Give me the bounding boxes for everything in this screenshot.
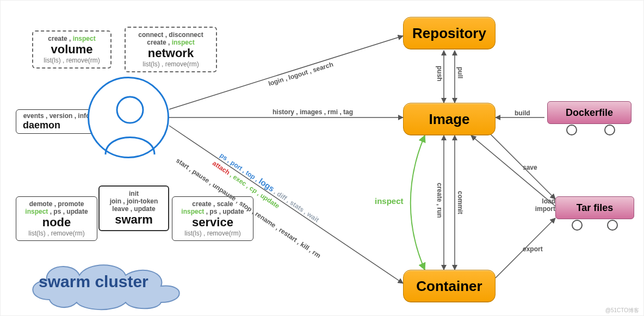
edge-inspect-green xyxy=(411,135,425,270)
node-repository: Repository xyxy=(403,17,496,49)
node-dockerfile: Dockerfile xyxy=(547,101,631,124)
label-push: push xyxy=(436,66,443,82)
node-tarfiles: Tar files xyxy=(555,196,634,219)
swarm-title: swarm xyxy=(105,213,163,227)
service-row3: list(ls) , remove(rm) xyxy=(178,230,247,237)
group-volume: create , inspect volume list(ls) , remov… xyxy=(32,30,112,69)
label-createrun: create , run xyxy=(436,183,443,218)
wheel-icon xyxy=(566,125,577,135)
node-row2: inspect , ps , update xyxy=(22,208,91,215)
volume-cmds-top: create , inspect xyxy=(39,35,105,42)
service-title: service xyxy=(178,215,247,230)
label-commit: commit xyxy=(456,191,464,214)
label-build: build xyxy=(515,109,530,117)
network-cmds-row3: list(ls) , remove(rm) xyxy=(131,60,210,68)
wheel-icon xyxy=(572,220,583,231)
label-pull: pull xyxy=(456,67,464,78)
label-load: load xyxy=(523,197,555,205)
node-container: Container xyxy=(403,270,496,302)
edge-load-import xyxy=(471,135,555,206)
label-import: import xyxy=(523,205,555,213)
network-cmds-row1: connect , disconnect xyxy=(131,31,210,39)
volume-title: volume xyxy=(39,42,105,57)
group-network: connect , disconnect create , inspect ne… xyxy=(125,27,217,72)
volume-cmds-bottom: list(ls) , remove(rm) xyxy=(39,57,105,64)
swarm-row1: init xyxy=(105,190,163,197)
label-image-cmds: history , images , rmi , tag xyxy=(273,108,353,116)
node-row3: list(ls) , remove(rm) xyxy=(22,230,91,237)
group-swarm: init join , join-token leave , update sw… xyxy=(98,185,169,231)
network-cmds-row2: create , inspect xyxy=(131,39,210,46)
label-export: export xyxy=(523,245,543,253)
node-row1: demote , promote xyxy=(22,200,91,208)
label-save: save xyxy=(523,164,537,171)
user-icon xyxy=(88,77,169,158)
network-title: network xyxy=(131,46,210,60)
service-row2: inspect , ps , update xyxy=(178,208,247,215)
daemon-cmds: events , version , info xyxy=(20,112,94,120)
swarm-row3: leave , update xyxy=(105,205,163,213)
wheel-icon xyxy=(604,125,615,135)
node-image: Image xyxy=(403,103,496,135)
wheel-icon xyxy=(607,220,618,231)
swarm-row2: join , join-token xyxy=(105,197,163,205)
label-repo-cmds: login , logout , search xyxy=(268,60,335,88)
group-node: demote , promote inspect , ps , update n… xyxy=(16,196,97,241)
node-title: node xyxy=(22,215,91,230)
group-daemon: events , version , info daemon xyxy=(16,109,97,134)
svg-point-0 xyxy=(117,97,143,123)
watermark: @51CTO博客 xyxy=(605,307,639,314)
cloud-label: swarm cluster xyxy=(39,272,148,291)
label-inspect: inspect xyxy=(375,196,404,206)
daemon-title: daemon xyxy=(20,120,94,131)
